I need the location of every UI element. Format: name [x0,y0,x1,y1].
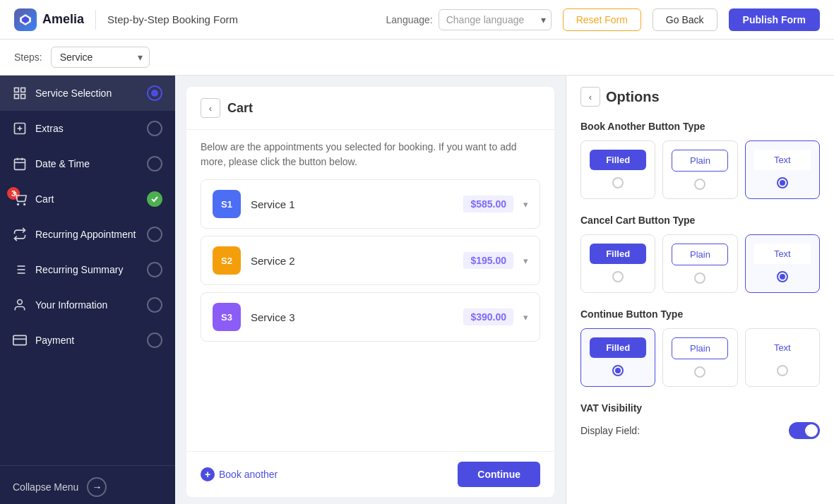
steps-select[interactable]: ServiceExtrasDate & TimeCartPayment [51,47,150,68]
sidebar-datetime-toggle [147,156,162,172]
svg-rect-3 [21,88,25,92]
language-select[interactable]: Change language [439,9,552,30]
sidebar-item-recurring-appointment[interactable]: Recurring Appointment [0,217,175,252]
vat-display-toggle[interactable] [789,422,820,439]
book-another-plain-card[interactable]: Plain [662,140,737,199]
main-layout: Service Selection Extras Date & Time 3 C… [0,76,834,504]
vat-display-label: Display Field: [580,425,640,436]
sidebar-cart-label: Cart [35,193,138,205]
book-another-plain-btn: Plain [672,150,728,172]
book-another-filled-radio [612,177,624,188]
sidebar-your-information-label: Your Information [35,299,138,311]
cancel-cart-plain-card[interactable]: Plain [662,234,737,293]
sidebar-recurring-summary-label: Recurring Summary [35,264,138,275]
cancel-cart-filled-card[interactable]: Filled [580,234,655,293]
service-price-s2: $195.00 [463,252,513,269]
cancel-cart-plain-btn: Plain [672,244,728,265]
book-another-section: Book Another Button Type Filled Plain Te… [580,121,820,199]
calendar-icon [13,157,27,171]
svg-point-14 [24,204,25,205]
sidebar-service-selection-toggle [147,85,162,101]
header-divider [95,10,96,30]
book-another-text-card[interactable]: Text [745,140,820,199]
reset-form-button[interactable]: Reset Form [563,8,641,31]
cancel-cart-section: Cancel Cart Button Type Filled Plain Tex… [580,215,820,293]
service-badge-s3: S3 [213,303,241,331]
cancel-cart-plain-radio [694,272,705,284]
continue-text-card[interactable]: Text [745,328,820,387]
book-another-filled-card[interactable]: Filled [580,140,655,199]
cart-item-chevron-s3[interactable]: ▾ [523,312,528,323]
continue-plain-card[interactable]: Plain [662,328,737,387]
svg-point-13 [18,204,19,205]
sidebar-item-recurring-summary[interactable]: Recurring Summary [0,252,175,287]
book-another-btn-type-group: Filled Plain Text [580,140,820,199]
grid-icon [13,86,27,100]
cancel-cart-text-card[interactable]: Text [745,234,820,293]
cart-back-button[interactable]: ‹ [201,98,220,118]
book-another-section-title: Book Another Button Type [580,121,820,132]
cart-items-list: S1 Service 1 $585.00 ▾ S2 Service 2 $195… [186,179,554,451]
cart-header: ‹ Cart [186,87,554,130]
right-panel: ‹ Options Book Another Button Type Fille… [566,76,834,504]
sidebar-cart-toggle [147,191,162,207]
cart-title: Cart [227,101,253,116]
sidebar-item-payment[interactable]: Payment [0,323,175,358]
sidebar-extras-toggle [147,121,162,136]
options-back-button[interactable]: ‹ [580,87,600,107]
cart-item-chevron-s2[interactable]: ▾ [523,256,528,266]
cart-item-s3[interactable]: S3 Service 3 $390.00 ▾ [201,292,540,342]
payment-icon [13,333,27,347]
cancel-cart-btn-type-group: Filled Plain Text [580,234,820,293]
language-area: Language: Change language [386,9,552,30]
list-icon [13,263,27,277]
logo-icon [14,8,37,31]
sidebar-datetime-label: Date & Time [35,158,138,169]
go-back-button[interactable]: Go Back [653,8,717,31]
service-name-s3: Service 3 [251,311,453,323]
svg-rect-9 [15,159,25,169]
cart-description: Below are the appointments you selected … [186,130,554,179]
continue-text-btn: Text [754,337,811,358]
continue-filled-card[interactable]: Filled [580,328,655,387]
cancel-cart-text-btn: Text [754,244,811,264]
collapse-menu[interactable]: Collapse Menu → [0,465,175,504]
sidebar-item-your-information[interactable]: Your Information [0,287,175,323]
top-header: Amelia Step-by-Step Booking Form Languag… [0,0,834,40]
service-badge-s2: S2 [213,246,241,275]
cart-item-s2[interactable]: S2 Service 2 $195.00 ▾ [201,236,540,285]
sidebar-service-selection-label: Service Selection [35,88,138,99]
continue-plain-radio [694,366,705,378]
cart-item-chevron-s1[interactable]: ▾ [523,199,528,210]
continue-section: Continue Button Type Filled Plain Text [580,308,820,387]
sidebar-item-extras[interactable]: Extras [0,111,175,146]
vat-section: VAT Visibility Display Field: [580,402,820,439]
publish-form-button[interactable]: Publish Form [729,8,820,31]
svg-rect-22 [13,335,26,344]
sidebar-recurring-label: Recurring Appointment [35,229,138,240]
service-badge-s1: S1 [213,190,241,218]
book-another-button[interactable]: + Book another [201,467,278,481]
continue-button[interactable]: Continue [458,462,540,487]
collapse-menu-label: Collapse Menu [13,481,78,493]
collapse-menu-icon: → [87,477,107,497]
sidebar: Service Selection Extras Date & Time 3 C… [0,76,175,504]
book-another-text-btn: Text [754,150,811,170]
cancel-cart-section-title: Cancel Cart Button Type [580,215,820,226]
continue-plain-btn: Plain [672,337,728,359]
cart-item-s1[interactable]: S1 Service 1 $585.00 ▾ [201,179,540,229]
sidebar-item-cart[interactable]: 3 Cart [0,181,175,217]
sidebar-item-datetime[interactable]: Date & Time [0,146,175,181]
cancel-cart-filled-btn: Filled [590,244,646,264]
book-another-filled-btn: Filled [590,150,646,170]
vat-display-row: Display Field: [580,422,820,439]
cancel-cart-text-radio [777,271,788,282]
options-title: Options [606,89,660,105]
logo-text: Amelia [42,12,84,27]
sidebar-item-service-selection[interactable]: Service Selection [0,76,175,111]
service-name-s1: Service 1 [251,198,453,210]
sidebar-extras-label: Extras [35,123,138,134]
service-price-s3: $390.00 [463,308,513,325]
continue-text-radio [777,365,788,376]
svg-rect-2 [15,88,19,92]
